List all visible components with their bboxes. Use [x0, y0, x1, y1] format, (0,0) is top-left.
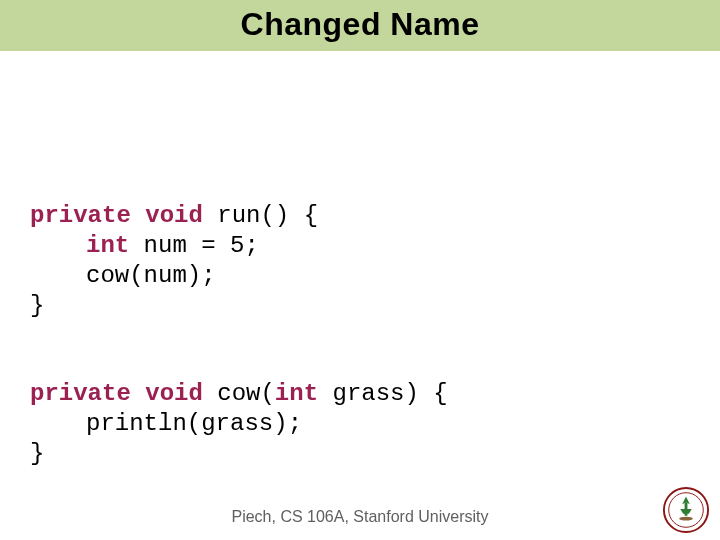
stanford-seal-icon: [662, 486, 710, 534]
code-text: cow(: [203, 380, 275, 407]
title-bar: Changed Name: [0, 0, 720, 51]
code-text: grass) {: [318, 380, 448, 407]
code-text: run() {: [203, 202, 318, 229]
code-area: private void run() { int num = 5; cow(nu…: [0, 51, 720, 469]
code-text: cow(num);: [86, 262, 216, 289]
keyword-int: int: [275, 380, 318, 407]
code-text: num = 5;: [129, 232, 259, 259]
keyword-void: void: [145, 202, 203, 229]
keyword-private: private: [30, 380, 131, 407]
keyword-int: int: [86, 232, 129, 259]
code-text: println(grass);: [86, 410, 302, 437]
code-text: [131, 202, 145, 229]
slide: Changed Name private void run() { int nu…: [0, 0, 720, 540]
code-block-cow: private void cow(int grass) { println(gr…: [30, 349, 690, 469]
keyword-private: private: [30, 202, 131, 229]
code-block-run: private void run() { int num = 5; cow(nu…: [30, 171, 690, 321]
code-text: [131, 380, 145, 407]
slide-title: Changed Name: [0, 6, 720, 43]
code-text: }: [30, 292, 44, 319]
code-text: }: [30, 440, 44, 467]
svg-point-3: [679, 517, 692, 521]
footer-text: Piech, CS 106A, Stanford University: [0, 508, 720, 526]
keyword-void: void: [145, 380, 203, 407]
